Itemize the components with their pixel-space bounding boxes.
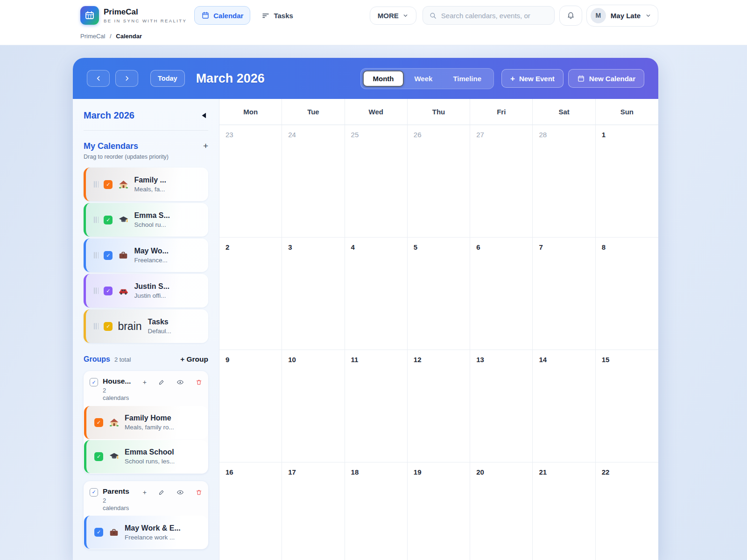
calendar-checkbox[interactable]: ✓ [104, 180, 113, 189]
collapse-sidebar-button[interactable] [200, 112, 208, 119]
new-calendar-button[interactable]: New Calendar [568, 69, 644, 88]
group-edit-button[interactable] [158, 489, 165, 496]
calendar-item-emma-school[interactable]: ✓ Emma School School runs, les... [84, 440, 208, 473]
drag-handle-icon[interactable] [94, 323, 99, 329]
calendar-checkbox[interactable]: ✓ [104, 251, 113, 260]
day-cell[interactable]: 9 [219, 350, 282, 462]
app-logo-icon [80, 6, 99, 25]
trash-icon [196, 379, 202, 385]
calendar-item-justin[interactable]: ✓ Justin S... Justin offi... [84, 274, 208, 308]
day-cell[interactable]: 20 [470, 462, 533, 560]
calendar-checkbox[interactable]: ✓ [94, 528, 103, 537]
day-number: 3 [288, 243, 292, 251]
calendar-desc: Freelance work ... [125, 534, 181, 541]
triangle-left-icon [200, 112, 208, 119]
prev-month-button[interactable] [87, 70, 110, 87]
new-event-button[interactable]: + New Event [501, 69, 564, 88]
day-cell[interactable]: 16 [219, 462, 282, 560]
app-tagline: BE IN SYNC WITH REALITY [104, 18, 187, 23]
calendar-checkbox[interactable]: ✓ [94, 418, 103, 427]
calendar-item-may-work-errands[interactable]: ✓ May Work & E... Freelance work ... [84, 516, 208, 549]
next-month-button[interactable] [115, 70, 138, 87]
day-cell[interactable]: 2 [219, 238, 282, 350]
car-icon [118, 285, 129, 296]
day-cell[interactable]: 11 [345, 350, 408, 462]
day-cell[interactable]: 5 [408, 238, 470, 350]
view-week-button[interactable]: Week [404, 70, 443, 87]
tab-calendar[interactable]: Calendar [194, 6, 250, 25]
calendar-name: Justin S... [134, 282, 169, 291]
breadcrumb-parent[interactable]: PrimeCal [80, 33, 105, 40]
day-number: 19 [414, 468, 422, 476]
day-cell[interactable]: 25 [345, 125, 408, 238]
day-cell[interactable]: 4 [345, 238, 408, 350]
group-delete-button[interactable] [196, 489, 202, 496]
drag-handle-icon[interactable] [94, 217, 99, 223]
day-cell[interactable]: 1 [596, 125, 658, 238]
groups-count: 2 total [114, 356, 131, 363]
group-add-calendar-button[interactable]: + [143, 489, 147, 496]
search-input[interactable] [441, 12, 548, 20]
group-card-parents: ✓ Parents 2 calendars + [84, 481, 208, 550]
day-cell[interactable]: 17 [282, 462, 345, 560]
calendar-item-emma[interactable]: ✓ Emma S... School ru... [84, 203, 208, 237]
bell-icon [566, 11, 575, 20]
day-cell[interactable]: 27 [470, 125, 533, 238]
group-edit-button[interactable] [158, 379, 165, 385]
group-visibility-button[interactable] [176, 489, 184, 496]
day-cell[interactable]: 22 [596, 462, 658, 560]
day-cell[interactable]: 18 [345, 462, 408, 560]
group-visibility-button[interactable] [176, 378, 184, 386]
calendar-item-family-home[interactable]: ✓ Family Home Meals, family ro... [84, 406, 208, 439]
add-calendar-button[interactable]: + [203, 141, 208, 151]
day-number: 5 [414, 243, 417, 251]
day-cell[interactable]: 21 [533, 462, 595, 560]
day-number: 14 [539, 356, 547, 364]
day-number: 18 [351, 468, 359, 476]
day-cell[interactable]: 3 [282, 238, 345, 350]
calendar-item-family[interactable]: ✓ Family ... Meals, fa... [84, 168, 208, 201]
more-button[interactable]: MORE [370, 7, 416, 25]
day-cell[interactable]: 23 [219, 125, 282, 238]
calendar-checkbox[interactable]: ✓ [104, 287, 113, 295]
weekday-label: Wed [345, 99, 408, 125]
group-checkbox[interactable]: ✓ [90, 488, 98, 497]
calendar-item-tasks[interactable]: ✓ brain Tasks Defaul... [84, 309, 208, 343]
calendar-checkbox[interactable]: ✓ [94, 452, 103, 461]
calendar-name: Emma S... [134, 211, 169, 220]
day-cell[interactable]: 12 [408, 350, 470, 462]
day-cell[interactable]: 26 [408, 125, 470, 238]
day-cell[interactable]: 14 [533, 350, 595, 462]
day-cell[interactable]: 13 [470, 350, 533, 462]
today-button[interactable]: Today [150, 70, 185, 87]
notifications-button[interactable] [559, 6, 582, 26]
calendar-desc: School runs, les... [125, 458, 175, 465]
drag-handle-icon[interactable] [94, 252, 99, 259]
eye-icon [176, 378, 184, 386]
day-cell[interactable]: 6 [470, 238, 533, 350]
group-delete-button[interactable] [196, 379, 202, 385]
day-cell[interactable]: 15 [596, 350, 658, 462]
tab-tasks[interactable]: Tasks [255, 7, 299, 24]
calendar-checkbox[interactable]: ✓ [104, 216, 113, 224]
day-cell[interactable]: 28 [533, 125, 595, 238]
day-cell[interactable]: 19 [408, 462, 470, 560]
day-cell[interactable]: 24 [282, 125, 345, 238]
view-timeline-button[interactable]: Timeline [443, 70, 492, 87]
drag-handle-icon[interactable] [94, 287, 99, 294]
group-checkbox[interactable]: ✓ [90, 378, 98, 386]
day-cell[interactable]: 7 [533, 238, 595, 350]
drag-handle-icon[interactable] [94, 181, 99, 188]
day-cell[interactable]: 10 [282, 350, 345, 462]
add-group-button[interactable]: + Group [180, 355, 208, 364]
pencil-icon [158, 489, 165, 496]
calendar-item-may-work[interactable]: ✓ May Wo... Freelance... [84, 238, 208, 272]
weekday-header-row: Mon Tue Wed Thu Fri Sat Sun [219, 99, 658, 125]
calendar-card: Today March 2026 Month Week Timeline + N… [73, 58, 658, 560]
user-menu[interactable]: M May Late [586, 5, 658, 27]
day-cell[interactable]: 8 [596, 238, 658, 350]
group-add-calendar-button[interactable]: + [143, 378, 147, 386]
view-month-button[interactable]: Month [363, 70, 404, 87]
month-grid: Mon Tue Wed Thu Fri Sat Sun 232425262728… [219, 99, 658, 560]
calendar-checkbox[interactable]: ✓ [104, 322, 113, 331]
